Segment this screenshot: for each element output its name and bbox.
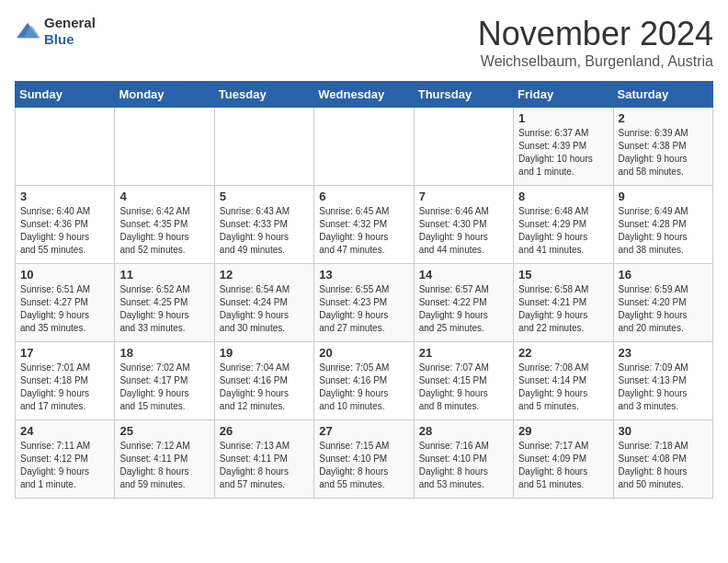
day-cell: 27Sunrise: 7:15 AM Sunset: 4:10 PM Dayli…	[314, 420, 414, 499]
day-cell: 7Sunrise: 6:46 AM Sunset: 4:30 PM Daylig…	[414, 186, 513, 264]
day-info: Sunrise: 7:15 AM Sunset: 4:10 PM Dayligh…	[319, 440, 408, 491]
col-header-monday: Monday	[115, 82, 214, 108]
day-number: 17	[20, 346, 109, 360]
day-number: 6	[319, 190, 408, 203]
logo-general: General	[44, 15, 96, 30]
day-number: 20	[319, 346, 408, 360]
week-row-3: 10Sunrise: 6:51 AM Sunset: 4:27 PM Dayli…	[16, 264, 713, 342]
page-header: General Blue November 2024 Weichselbaum,…	[15, 15, 713, 70]
day-number: 3	[20, 190, 109, 203]
day-cell: 3Sunrise: 6:40 AM Sunset: 4:36 PM Daylig…	[16, 186, 115, 264]
day-info: Sunrise: 6:43 AM Sunset: 4:33 PM Dayligh…	[220, 205, 309, 257]
day-number: 21	[419, 346, 508, 360]
day-cell: 13Sunrise: 6:55 AM Sunset: 4:23 PM Dayli…	[314, 264, 414, 342]
day-number: 13	[319, 268, 408, 282]
day-info: Sunrise: 6:46 AM Sunset: 4:30 PM Dayligh…	[419, 205, 508, 257]
day-number: 4	[119, 190, 209, 203]
col-header-wednesday: Wednesday	[314, 82, 414, 108]
day-info: Sunrise: 7:08 AM Sunset: 4:14 PM Dayligh…	[518, 362, 608, 413]
day-cell	[115, 108, 214, 186]
day-cell: 9Sunrise: 6:49 AM Sunset: 4:28 PM Daylig…	[613, 186, 712, 264]
col-header-friday: Friday	[514, 82, 613, 108]
day-cell: 24Sunrise: 7:11 AM Sunset: 4:12 PM Dayli…	[16, 420, 115, 499]
logo-icon	[15, 21, 40, 41]
day-number: 15	[518, 268, 608, 282]
day-number: 26	[220, 424, 309, 438]
col-header-tuesday: Tuesday	[214, 82, 313, 108]
day-info: Sunrise: 7:18 AM Sunset: 4:08 PM Dayligh…	[619, 440, 708, 491]
day-info: Sunrise: 7:02 AM Sunset: 4:17 PM Dayligh…	[119, 362, 209, 413]
day-cell: 22Sunrise: 7:08 AM Sunset: 4:14 PM Dayli…	[514, 342, 613, 420]
day-cell: 12Sunrise: 6:54 AM Sunset: 4:24 PM Dayli…	[214, 264, 313, 342]
day-info: Sunrise: 6:59 AM Sunset: 4:20 PM Dayligh…	[619, 283, 708, 335]
day-info: Sunrise: 7:12 AM Sunset: 4:11 PM Dayligh…	[119, 440, 209, 491]
col-header-sunday: Sunday	[16, 82, 115, 108]
day-number: 30	[619, 424, 708, 438]
day-number: 25	[119, 424, 209, 438]
day-info: Sunrise: 6:49 AM Sunset: 4:28 PM Dayligh…	[619, 205, 708, 257]
day-cell: 30Sunrise: 7:18 AM Sunset: 4:08 PM Dayli…	[613, 420, 712, 499]
day-cell: 14Sunrise: 6:57 AM Sunset: 4:22 PM Dayli…	[414, 264, 513, 342]
day-info: Sunrise: 7:05 AM Sunset: 4:16 PM Dayligh…	[319, 362, 408, 413]
week-row-5: 24Sunrise: 7:11 AM Sunset: 4:12 PM Dayli…	[16, 420, 713, 499]
day-info: Sunrise: 6:58 AM Sunset: 4:21 PM Dayligh…	[518, 283, 608, 335]
logo-blue: Blue	[44, 31, 74, 47]
day-info: Sunrise: 6:42 AM Sunset: 4:35 PM Dayligh…	[119, 205, 209, 257]
day-cell: 1Sunrise: 6:37 AM Sunset: 4:39 PM Daylig…	[514, 108, 613, 186]
day-number: 14	[419, 268, 508, 282]
day-cell: 17Sunrise: 7:01 AM Sunset: 4:18 PM Dayli…	[16, 342, 115, 420]
day-cell: 6Sunrise: 6:45 AM Sunset: 4:32 PM Daylig…	[314, 186, 414, 264]
day-info: Sunrise: 6:51 AM Sunset: 4:27 PM Dayligh…	[20, 283, 109, 335]
day-info: Sunrise: 6:52 AM Sunset: 4:25 PM Dayligh…	[119, 283, 209, 335]
day-info: Sunrise: 6:48 AM Sunset: 4:29 PM Dayligh…	[518, 205, 608, 257]
day-cell: 11Sunrise: 6:52 AM Sunset: 4:25 PM Dayli…	[115, 264, 214, 342]
day-cell: 10Sunrise: 6:51 AM Sunset: 4:27 PM Dayli…	[16, 264, 115, 342]
day-number: 28	[419, 424, 508, 438]
day-number: 16	[619, 268, 708, 282]
day-cell: 8Sunrise: 6:48 AM Sunset: 4:29 PM Daylig…	[514, 186, 613, 264]
day-cell: 28Sunrise: 7:16 AM Sunset: 4:10 PM Dayli…	[414, 420, 513, 499]
day-cell: 16Sunrise: 6:59 AM Sunset: 4:20 PM Dayli…	[613, 264, 712, 342]
logo: General Blue	[15, 15, 96, 48]
day-cell: 26Sunrise: 7:13 AM Sunset: 4:11 PM Dayli…	[214, 420, 313, 499]
week-row-1: 1Sunrise: 6:37 AM Sunset: 4:39 PM Daylig…	[16, 108, 713, 186]
day-cell: 4Sunrise: 6:42 AM Sunset: 4:35 PM Daylig…	[115, 186, 214, 264]
day-cell: 2Sunrise: 6:39 AM Sunset: 4:38 PM Daylig…	[613, 108, 712, 186]
day-number: 7	[419, 190, 508, 203]
day-number: 23	[619, 346, 708, 360]
day-number: 24	[20, 424, 109, 438]
day-number: 9	[619, 190, 708, 203]
day-info: Sunrise: 6:57 AM Sunset: 4:22 PM Dayligh…	[419, 283, 508, 335]
day-info: Sunrise: 7:17 AM Sunset: 4:09 PM Dayligh…	[518, 440, 608, 491]
day-cell	[414, 108, 513, 186]
day-info: Sunrise: 6:37 AM Sunset: 4:39 PM Dayligh…	[518, 127, 608, 178]
day-info: Sunrise: 6:54 AM Sunset: 4:24 PM Dayligh…	[220, 283, 309, 335]
title-block: November 2024 Weichselbaum, Burgenland, …	[478, 15, 713, 70]
day-info: Sunrise: 6:55 AM Sunset: 4:23 PM Dayligh…	[319, 283, 408, 335]
day-cell	[214, 108, 313, 186]
day-cell: 25Sunrise: 7:12 AM Sunset: 4:11 PM Dayli…	[115, 420, 214, 499]
day-number: 10	[20, 268, 109, 282]
day-number: 18	[119, 346, 209, 360]
day-number: 1	[518, 111, 608, 125]
day-info: Sunrise: 6:39 AM Sunset: 4:38 PM Dayligh…	[619, 127, 708, 178]
day-cell: 19Sunrise: 7:04 AM Sunset: 4:16 PM Dayli…	[214, 342, 313, 420]
day-number: 22	[518, 346, 608, 360]
day-cell: 29Sunrise: 7:17 AM Sunset: 4:09 PM Dayli…	[514, 420, 613, 499]
day-cell: 18Sunrise: 7:02 AM Sunset: 4:17 PM Dayli…	[115, 342, 214, 420]
calendar-table: SundayMondayTuesdayWednesdayThursdayFrid…	[15, 81, 713, 499]
day-info: Sunrise: 7:09 AM Sunset: 4:13 PM Dayligh…	[619, 362, 708, 413]
day-info: Sunrise: 7:01 AM Sunset: 4:18 PM Dayligh…	[20, 362, 109, 413]
week-row-2: 3Sunrise: 6:40 AM Sunset: 4:36 PM Daylig…	[16, 186, 713, 264]
day-cell	[16, 108, 115, 186]
day-info: Sunrise: 7:13 AM Sunset: 4:11 PM Dayligh…	[220, 440, 309, 491]
day-number: 27	[319, 424, 408, 438]
day-number: 8	[518, 190, 608, 203]
day-info: Sunrise: 7:16 AM Sunset: 4:10 PM Dayligh…	[419, 440, 508, 491]
day-info: Sunrise: 6:40 AM Sunset: 4:36 PM Dayligh…	[20, 205, 109, 257]
day-cell: 15Sunrise: 6:58 AM Sunset: 4:21 PM Dayli…	[514, 264, 613, 342]
day-cell: 20Sunrise: 7:05 AM Sunset: 4:16 PM Dayli…	[314, 342, 414, 420]
header-row: SundayMondayTuesdayWednesdayThursdayFrid…	[16, 82, 713, 108]
col-header-thursday: Thursday	[414, 82, 513, 108]
day-number: 2	[619, 111, 708, 125]
